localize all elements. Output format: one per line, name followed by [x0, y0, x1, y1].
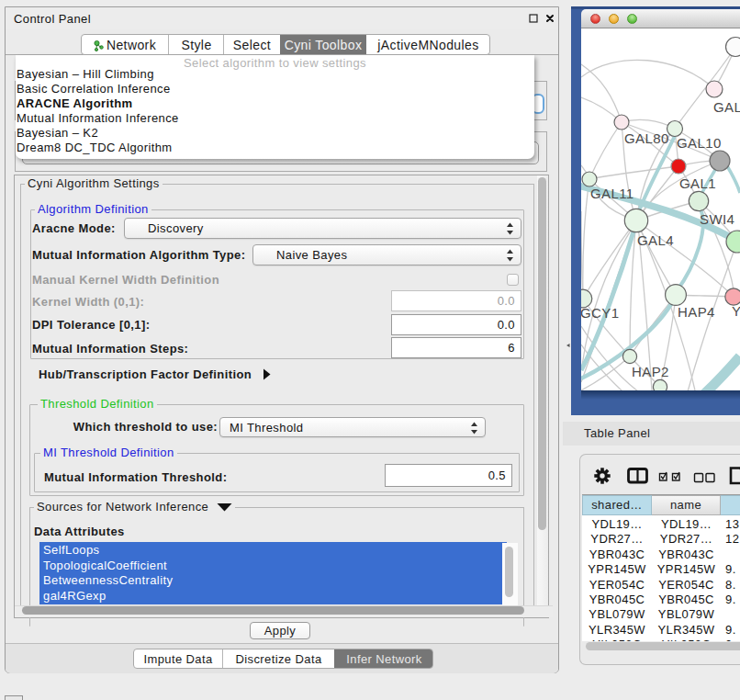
svg-text:HAP2: HAP2 [632, 364, 669, 379]
svg-text:YP: YP [732, 303, 740, 319]
svg-text:GCY1: GCY1 [581, 305, 619, 321]
svg-text:GAL4: GAL4 [637, 232, 674, 248]
svg-text:GAL80: GAL80 [624, 130, 669, 146]
svg-text:SWI4: SWI4 [700, 211, 734, 227]
svg-text:GAL11: GAL11 [590, 186, 634, 201]
svg-text:GAL10: GAL10 [677, 135, 722, 151]
svg-text:GAL1: GAL1 [679, 175, 716, 191]
svg-text:GAL7: GAL7 [713, 99, 740, 115]
svg-text:HAP4: HAP4 [678, 304, 715, 320]
